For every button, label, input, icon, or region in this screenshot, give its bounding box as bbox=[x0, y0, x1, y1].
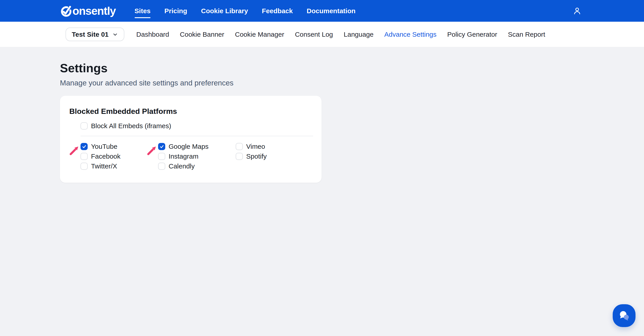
topnav-link-label: Sites bbox=[134, 7, 151, 15]
checkbox-box[interactable] bbox=[236, 143, 243, 150]
checkbox-box[interactable] bbox=[80, 163, 88, 170]
chevron-down-icon bbox=[112, 32, 118, 37]
tab-dashboard[interactable]: Dashboard bbox=[136, 31, 169, 38]
site-tab-label: Dashboard bbox=[136, 31, 169, 38]
site-tab-label: Advance Settings bbox=[384, 31, 436, 38]
topnav-link-documentation[interactable]: Documentation bbox=[306, 7, 355, 15]
top-navigation-bar: onsently Sites Pricing Cookie Library Fe… bbox=[0, 0, 644, 22]
primary-nav: Sites Pricing Cookie Library Feedback Do… bbox=[134, 7, 356, 15]
blocked-platforms-card: Blocked Embedded Platforms Block All Emb… bbox=[60, 96, 322, 183]
divider bbox=[80, 136, 313, 136]
topnav-link-pricing[interactable]: Pricing bbox=[164, 7, 187, 15]
site-tab-label: Cookie Banner bbox=[180, 31, 224, 38]
topnav-link-label: Cookie Library bbox=[201, 7, 248, 15]
site-tab-label: Scan Report bbox=[508, 31, 545, 38]
platform-checkbox-vimeo[interactable]: Vimeo bbox=[236, 143, 313, 150]
site-tab-label: Policy Generator bbox=[447, 31, 497, 38]
checkbox-box[interactable] bbox=[236, 153, 243, 160]
topnav-link-feedback[interactable]: Feedback bbox=[262, 7, 293, 15]
tab-consent-log[interactable]: Consent Log bbox=[295, 31, 333, 38]
checkbox-box[interactable] bbox=[80, 122, 88, 130]
site-tab-label: Language bbox=[344, 31, 374, 38]
platform-label: Twitter/X bbox=[91, 162, 117, 170]
tab-advance-settings[interactable]: Advance Settings bbox=[384, 31, 436, 38]
platform-checkbox-spotify[interactable]: Spotify bbox=[236, 153, 313, 160]
tab-language[interactable]: Language bbox=[344, 31, 374, 38]
site-tabs: Dashboard Cookie Banner Cookie Manager C… bbox=[136, 31, 546, 38]
platform-label: Instagram bbox=[168, 153, 198, 160]
main-content: Settings Manage your advanced site setti… bbox=[0, 47, 644, 183]
platform-label: Vimeo bbox=[246, 143, 265, 150]
platform-label: Calendly bbox=[168, 162, 195, 170]
annotation-arrow-icon bbox=[68, 145, 80, 156]
platform-label: YouTube bbox=[91, 143, 118, 150]
check-circle-logo-icon bbox=[60, 5, 72, 17]
tab-policy-generator[interactable]: Policy Generator bbox=[447, 31, 497, 38]
platform-label: Google Maps bbox=[168, 143, 208, 150]
site-navigation-bar: Test Site 01 Dashboard Cookie Banner Coo… bbox=[0, 22, 644, 47]
site-tab-label: Consent Log bbox=[295, 31, 333, 38]
card-body: Block All Embeds (iframes) YouTube bbox=[80, 122, 313, 170]
tab-scan-report[interactable]: Scan Report bbox=[508, 31, 545, 38]
platform-label: Spotify bbox=[246, 153, 267, 160]
card-title: Blocked Embedded Platforms bbox=[69, 107, 313, 116]
topnav-link-label: Feedback bbox=[262, 7, 293, 15]
user-menu-button[interactable] bbox=[572, 6, 582, 16]
user-icon bbox=[572, 6, 582, 16]
topnav-link-label: Documentation bbox=[306, 7, 355, 15]
page-title: Settings bbox=[60, 62, 644, 75]
checkbox-box[interactable] bbox=[158, 143, 165, 150]
checkbox-box[interactable] bbox=[158, 163, 165, 170]
checkbox-box[interactable] bbox=[80, 143, 88, 150]
annotation-arrow-icon bbox=[146, 145, 158, 156]
platform-checkbox-twitter-x[interactable]: Twitter/X bbox=[80, 163, 158, 170]
platform-checkbox-grid: YouTube Facebook Twitter/X bbox=[80, 143, 313, 170]
platform-checkbox-calendly[interactable]: Calendly bbox=[158, 163, 236, 170]
tab-cookie-manager[interactable]: Cookie Manager bbox=[235, 31, 284, 38]
platform-checkbox-google-maps[interactable]: Google Maps bbox=[158, 143, 236, 150]
platform-label: Facebook bbox=[91, 153, 120, 160]
topnav-link-sites[interactable]: Sites bbox=[134, 7, 151, 15]
brand-logo[interactable]: onsently bbox=[60, 5, 116, 17]
topnav-link-cookie-library[interactable]: Cookie Library bbox=[201, 7, 248, 15]
topnav-link-label: Pricing bbox=[164, 7, 187, 15]
tab-cookie-banner[interactable]: Cookie Banner bbox=[180, 31, 224, 38]
chat-widget-button[interactable] bbox=[613, 304, 636, 327]
page-subtitle: Manage your advanced site settings and p… bbox=[60, 79, 644, 87]
checkbox-box[interactable] bbox=[158, 153, 165, 160]
brand-wordmark: onsently bbox=[72, 5, 116, 17]
checkbox-box[interactable] bbox=[80, 153, 88, 160]
checkbox-label: Block All Embeds (iframes) bbox=[91, 122, 171, 130]
block-all-embeds-checkbox[interactable]: Block All Embeds (iframes) bbox=[80, 122, 313, 130]
site-tab-label: Cookie Manager bbox=[235, 31, 284, 38]
site-selector-label: Test Site 01 bbox=[72, 31, 109, 38]
site-selector-dropdown[interactable]: Test Site 01 bbox=[66, 28, 124, 41]
chat-bubbles-icon bbox=[618, 309, 630, 322]
platform-checkbox-instagram[interactable]: Instagram bbox=[158, 153, 236, 160]
